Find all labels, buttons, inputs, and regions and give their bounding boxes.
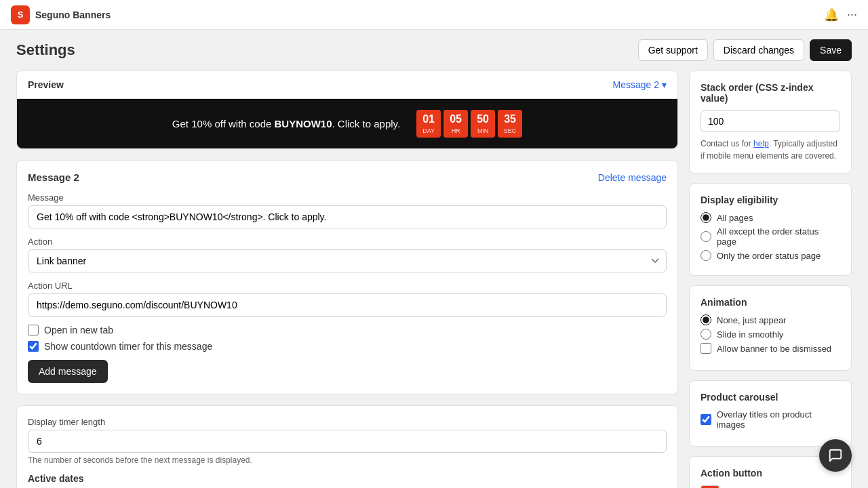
stack-order-section: Stack order (CSS z-index value) Contact … <box>689 70 852 174</box>
anim-none-label[interactable]: None, just appear <box>717 315 787 325</box>
action-button-title: Action button <box>701 468 840 479</box>
stack-order-input[interactable] <box>701 110 840 132</box>
timer-box-hr: 05 HR <box>443 110 468 138</box>
message-card: Message 2 Delete message Message Action … <box>16 160 678 394</box>
anim-slide-radio[interactable] <box>701 329 711 340</box>
overlay-label[interactable]: Overlay titles on product images <box>717 409 840 430</box>
action-field-group: Action Link banner <box>28 237 667 272</box>
dismiss-label[interactable]: Allow banner to be dismissed <box>717 344 831 354</box>
timer-box-day: 01 DAY <box>416 110 441 138</box>
message-card-title: Message 2 <box>28 171 79 183</box>
countdown-row: Show countdown timer for this message <box>28 341 667 352</box>
overlay-checkbox[interactable] <box>701 414 711 425</box>
display-eligibility-section: Display eligibility All pages All except… <box>689 183 852 276</box>
open-new-tab-row: Open in new tab <box>28 325 667 336</box>
get-support-button[interactable]: Get support <box>638 39 708 61</box>
display-timer-helper: The number of seconds before the next me… <box>28 455 667 465</box>
product-carousel-section: Product carousel Overlay titles on produ… <box>689 380 852 447</box>
display-eligibility-title: Display eligibility <box>701 195 840 205</box>
left-panel: Preview Message 2 ▾ Get 10% off with cod… <box>16 70 678 488</box>
action-bg-color-row[interactable]: Background color <box>701 485 840 488</box>
action-url-label: Action URL <box>28 281 667 291</box>
action-url-input[interactable] <box>28 293 667 317</box>
product-carousel-title: Product carousel <box>701 392 840 403</box>
right-panel: Stack order (CSS z-index value) Contact … <box>689 70 852 488</box>
main-content: Preview Message 2 ▾ Get 10% off with cod… <box>0 70 868 488</box>
action-bg-swatch[interactable] <box>701 485 719 488</box>
add-message-button[interactable]: Add message <box>28 360 108 383</box>
countdown-checkbox[interactable] <box>28 341 39 352</box>
chat-icon <box>828 448 843 463</box>
chat-button[interactable] <box>819 439 852 472</box>
topbar: S Seguno Banners 🔔 ··· <box>0 0 868 30</box>
open-new-tab-checkbox[interactable] <box>28 325 39 336</box>
timer-box-min: 50 MIN <box>471 110 495 138</box>
help-link[interactable]: help <box>753 139 769 148</box>
action-field-label: Action <box>28 237 667 247</box>
message-field-input[interactable] <box>28 205 667 228</box>
anim-none-row: None, just appear <box>701 314 840 325</box>
app-icon: S <box>11 5 30 24</box>
topbar-right: 🔔 ··· <box>824 7 857 22</box>
preview-title: Preview <box>28 79 64 90</box>
preview-header: Preview Message 2 ▾ <box>17 71 677 99</box>
anim-none-radio[interactable] <box>701 314 711 325</box>
dismiss-checkbox[interactable] <box>701 343 711 354</box>
timer-boxes: 01 DAY 05 HR 50 MIN 35 SEC <box>416 110 522 138</box>
message-selector[interactable]: Message 2 ▾ <box>613 79 667 90</box>
animation-section: Animation None, just appear Slide in smo… <box>689 285 852 371</box>
stack-contact-text: Contact us for help. Typically adjusted … <box>701 138 840 162</box>
elig-only-label[interactable]: Only the order status page <box>717 251 821 261</box>
page-title: Settings <box>16 41 75 59</box>
page-header: Settings Get support Discard changes Sav… <box>0 30 868 70</box>
header-actions: Get support Discard changes Save <box>638 39 852 61</box>
topbar-left: S Seguno Banners <box>11 5 111 24</box>
chevron-down-icon: ▾ <box>662 79 667 90</box>
timer-box-sec: 35 SEC <box>498 110 522 138</box>
delete-message-link[interactable]: Delete message <box>598 172 667 183</box>
message-field-label: Message <box>28 192 667 203</box>
preview-card: Preview Message 2 ▾ Get 10% off with cod… <box>16 70 678 149</box>
bell-icon[interactable]: 🔔 <box>824 7 839 22</box>
elig-except-label[interactable]: All except the order status page <box>717 226 840 247</box>
more-icon[interactable]: ··· <box>847 7 857 22</box>
message-field-group: Message <box>28 192 667 228</box>
stack-order-title: Stack order (CSS z-index value) <box>701 82 840 104</box>
anim-slide-row: Slide in smoothly <box>701 329 840 340</box>
discard-changes-button[interactable]: Discard changes <box>713 39 804 61</box>
elig-all-row: All pages <box>701 212 840 223</box>
app-name: Seguno Banners <box>35 9 111 20</box>
save-button[interactable]: Save <box>810 39 852 61</box>
message-card-header: Message 2 Delete message <box>28 171 667 183</box>
display-timer-card: Display timer length The number of secon… <box>16 405 678 488</box>
dismiss-row: Allow banner to be dismissed <box>701 343 840 354</box>
display-timer-input[interactable] <box>28 430 667 453</box>
display-timer-group: Display timer length The number of secon… <box>28 417 667 465</box>
elig-only-radio[interactable] <box>701 250 711 261</box>
display-timer-label: Display timer length <box>28 417 667 427</box>
elig-except-radio[interactable] <box>701 231 711 242</box>
preview-banner: Get 10% off with code BUYNOW10. Click to… <box>17 99 677 148</box>
elig-all-label[interactable]: All pages <box>717 213 753 223</box>
anim-slide-label[interactable]: Slide in smoothly <box>717 329 783 340</box>
preview-text: Get 10% off with code BUYNOW10. Click to… <box>172 118 400 129</box>
action-select[interactable]: Link banner <box>28 249 667 272</box>
action-url-group: Action URL <box>28 281 667 317</box>
open-new-tab-label[interactable]: Open in new tab <box>44 325 113 336</box>
active-dates-title: Active dates <box>28 473 667 484</box>
active-dates-section: Active dates Start date Display immediat… <box>28 473 667 488</box>
elig-all-radio[interactable] <box>701 212 711 223</box>
overlay-row: Overlay titles on product images <box>701 409 840 430</box>
elig-only-row: Only the order status page <box>701 250 840 261</box>
animation-title: Animation <box>701 297 840 308</box>
elig-except-row: All except the order status page <box>701 226 840 247</box>
countdown-label[interactable]: Show countdown timer for this message <box>44 341 212 352</box>
